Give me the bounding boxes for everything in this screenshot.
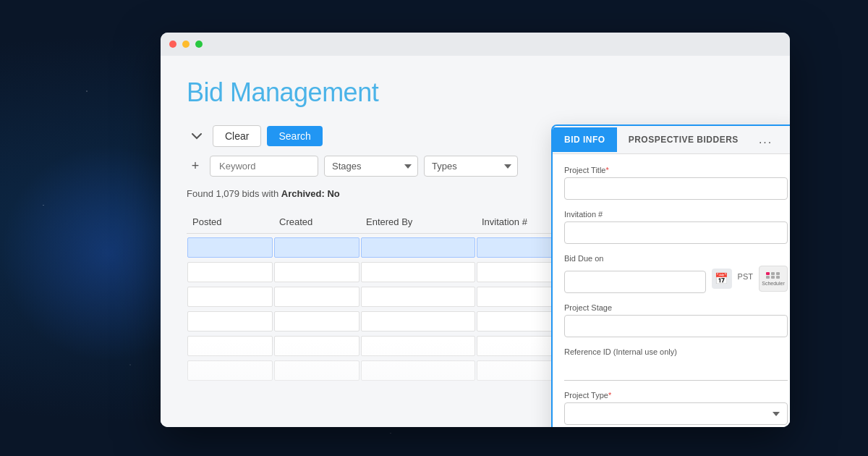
table-cell xyxy=(274,360,359,381)
table-cell xyxy=(274,287,359,307)
table-cell xyxy=(274,262,359,282)
browser-dot-red xyxy=(169,41,176,48)
reference-id-input[interactable] xyxy=(564,359,788,381)
table-cell xyxy=(187,360,273,381)
table-cell xyxy=(361,287,475,307)
table-cell xyxy=(361,262,475,282)
table-cell xyxy=(187,311,273,332)
reference-id-label: Reference ID (Internal use only) xyxy=(564,347,788,356)
table-cell xyxy=(187,287,273,307)
reference-id-group: Reference ID (Internal use only) xyxy=(564,347,788,381)
add-filter-button[interactable]: + xyxy=(187,158,204,175)
bid-due-row: 📅 PST xyxy=(564,266,788,293)
chevron-down-icon xyxy=(192,133,202,140)
table-cell xyxy=(274,336,359,356)
tab-bid-info[interactable]: BID INFO xyxy=(553,127,617,152)
project-stage-label: Project Stage xyxy=(564,303,788,312)
tab-more-button[interactable]: ... xyxy=(750,126,781,153)
types-select[interactable]: Types xyxy=(424,156,518,177)
invitation-group: Invitation # xyxy=(564,210,788,244)
col-created: Created xyxy=(273,216,360,227)
browser-content: Bid Management Clear Search + Stages xyxy=(161,56,790,427)
table-cell xyxy=(361,311,475,332)
browser-titlebar xyxy=(161,33,790,56)
search-button[interactable]: Search xyxy=(267,126,322,146)
table-cell xyxy=(361,360,475,381)
bid-panel-form: Project Title* Invitation # Bid Due on xyxy=(553,154,790,427)
col-entered-by: Entered By xyxy=(360,216,476,227)
project-title-label: Project Title* xyxy=(564,166,788,174)
col-posted: Posted xyxy=(187,216,273,227)
table-cell xyxy=(187,262,273,282)
bid-due-input[interactable] xyxy=(564,271,706,293)
table-cell xyxy=(274,237,359,258)
project-type-select-wrap xyxy=(564,402,788,425)
bid-panel-tabs: BID INFO PROSPECTIVE BIDDERS ... xyxy=(553,126,790,154)
project-title-group: Project Title* xyxy=(564,166,788,200)
stages-select[interactable]: Stages xyxy=(324,156,418,177)
browser-window: Bid Management Clear Search + Stages xyxy=(161,33,790,427)
pst-label: PST xyxy=(738,272,753,285)
browser-dot-yellow xyxy=(182,41,190,48)
table-cell xyxy=(361,237,475,258)
invitation-label: Invitation # xyxy=(564,210,788,219)
table-cell xyxy=(187,237,273,258)
invitation-input[interactable] xyxy=(564,221,788,244)
table-cell xyxy=(274,311,359,332)
project-type-label: Project Type* xyxy=(564,391,788,400)
table-cell xyxy=(361,336,475,356)
page-title: Bid Management xyxy=(187,77,764,108)
bid-due-group: Bid Due on 📅 PST xyxy=(564,254,788,293)
bid-due-label: Bid Due on xyxy=(564,254,788,263)
scheduler-icon[interactable]: Scheduler xyxy=(759,266,788,292)
keyword-input[interactable] xyxy=(210,156,318,177)
project-stage-input[interactable] xyxy=(564,315,788,337)
table-cell xyxy=(187,336,273,356)
bid-due-input-wrap xyxy=(564,271,706,293)
browser-dot-green xyxy=(195,41,203,48)
project-stage-group: Project Stage xyxy=(564,303,788,337)
bid-due-icons: 📅 PST xyxy=(712,266,788,293)
calendar-icon[interactable]: 📅 xyxy=(712,269,732,289)
project-type-group: Project Type* xyxy=(564,391,788,425)
project-title-input[interactable] xyxy=(564,177,788,200)
scheduler-label: Scheduler xyxy=(762,281,785,286)
bid-info-panel: BID INFO PROSPECTIVE BIDDERS ... Project… xyxy=(551,124,790,427)
tab-prospective-bidders[interactable]: PROSPECTIVE BIDDERS xyxy=(617,127,750,152)
project-type-select[interactable] xyxy=(564,402,788,425)
collapse-button[interactable] xyxy=(187,126,207,146)
clear-button[interactable]: Clear xyxy=(213,125,261,147)
